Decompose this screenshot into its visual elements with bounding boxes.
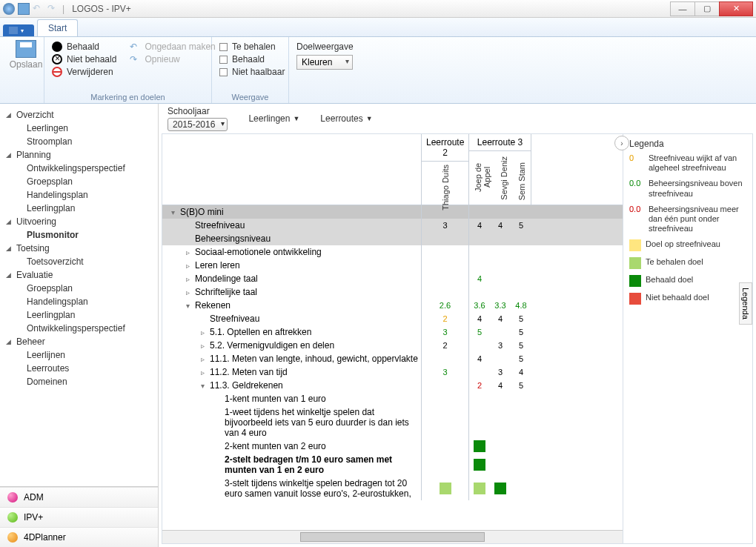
circle-filled-icon — [52, 42, 62, 52]
app-icon — [3, 3, 15, 15]
row-label[interactable]: ▾11.3. Geldrekenen — [162, 379, 422, 392]
redo-button[interactable]: ↷Opnieuw — [130, 54, 215, 64]
save-button[interactable]: Opslaan — [7, 40, 44, 70]
row-label[interactable]: Beheersingsniveau — [162, 232, 422, 245]
cell — [422, 285, 469, 299]
schooljaar-select[interactable]: 2015-2016 — [168, 118, 228, 131]
expand-icon[interactable]: ▾ — [168, 208, 177, 216]
nav-item[interactable]: Domeinen — [0, 375, 158, 388]
redo-icon[interactable]: ↷ — [47, 3, 59, 15]
row-label[interactable]: ▾Rekenen — [162, 299, 422, 312]
nav-group[interactable]: ◢Beheer — [0, 335, 158, 348]
cell: 2 — [469, 381, 490, 390]
leerlingen-dropdown[interactable]: Leerlingen▼ — [248, 113, 299, 124]
row-label[interactable]: ▹5.2. Vermenigvuldigen en delen — [162, 339, 422, 352]
row-label[interactable]: 1-kent munten van 1 euro — [162, 392, 422, 405]
close-button[interactable]: ✕ — [719, 1, 753, 16]
cell: 4 — [511, 368, 531, 377]
row-label[interactable]: ▾S(B)O mini — [162, 205, 422, 219]
row-label[interactable]: ▹11.1. Meten van lengte, inhoud, gewicht… — [162, 352, 422, 365]
grid-row: Beheersingsniveau — [162, 232, 623, 245]
mark-behaald[interactable]: Behaald — [52, 42, 116, 52]
chk-te-behalen[interactable]: Te behalen — [219, 42, 281, 52]
bottom-nav-item[interactable]: IPV+ — [0, 507, 158, 527]
expand-icon[interactable]: ▹ — [183, 248, 192, 256]
cell — [469, 440, 490, 452]
expand-icon[interactable]: ▹ — [183, 262, 192, 270]
save-icon[interactable] — [18, 3, 30, 15]
expand-icon[interactable]: ▹ — [198, 355, 207, 363]
mark-verwijderen[interactable]: Verwijderen — [52, 67, 116, 77]
expand-icon[interactable]: ▹ — [183, 275, 192, 283]
horizontal-scrollbar[interactable] — [162, 530, 623, 543]
nav-item[interactable]: Leerlingplan — [0, 308, 158, 322]
doelweergave-select[interactable]: Kleuren — [296, 55, 353, 70]
expand-icon[interactable]: ▾ — [198, 382, 207, 390]
nav-item[interactable]: Leerlingplan — [0, 202, 158, 215]
nav-item[interactable]: Ontwikkelingsperspectief — [0, 322, 158, 335]
row-label[interactable]: Streefniveau — [162, 312, 422, 325]
cell: 4 — [469, 314, 490, 323]
nav-group[interactable]: ◢Toetsing — [0, 242, 158, 255]
chevron-down-icon: ◢ — [6, 245, 13, 252]
expand-icon[interactable]: ▹ — [198, 328, 207, 337]
row-label[interactable]: ▹Mondelinge taal — [162, 272, 422, 285]
row-label[interactable]: ▹Schriftelijke taal — [162, 285, 422, 299]
chk-behaald[interactable]: Behaald — [219, 54, 281, 64]
row-label[interactable]: ▹11.2. Meten van tijd — [162, 365, 422, 379]
minimize-button[interactable]: — — [670, 1, 695, 16]
row-label[interactable]: ▹Sociaal-emotionele ontwikkeling — [162, 245, 422, 259]
nav-item[interactable]: Plusmonitor — [0, 228, 158, 242]
nav-item[interactable]: Stroomplan — [0, 135, 158, 148]
row-label[interactable]: 2-stelt bedragen t/m 10 euro samen met m… — [162, 453, 422, 477]
nav-group[interactable]: ◢Planning — [0, 148, 158, 162]
nav-item[interactable]: Toetsoverzicht — [0, 255, 158, 268]
undo-icon[interactable]: ↶ — [33, 3, 44, 15]
grid-row: ▾11.3. Geldrekenen245 — [162, 379, 623, 392]
legend-collapse-button[interactable]: › — [614, 136, 629, 150]
legend-tab[interactable]: Legenda — [739, 282, 752, 325]
leerroutes-dropdown[interactable]: Leerroutes▼ — [320, 113, 372, 124]
maximize-button[interactable]: ▢ — [694, 1, 720, 16]
row-label[interactable]: Streefniveau — [162, 219, 422, 232]
nav-group[interactable]: ◢Overzicht — [0, 108, 158, 122]
bottom-nav-item[interactable]: 4DPlanner — [0, 527, 158, 547]
expand-icon[interactable]: ▹ — [183, 288, 192, 296]
row-label[interactable]: 1-weet tijdens het winkeltje spelen dat … — [162, 405, 422, 440]
file-menu-button[interactable]: ▾ — [3, 24, 34, 36]
nav-item[interactable]: Leerlingen — [0, 122, 158, 135]
nav-item[interactable]: Leerlijnen — [0, 348, 158, 362]
bottom-nav-item[interactable]: ADM — [0, 487, 158, 507]
cell: 5 — [511, 381, 531, 390]
row-label[interactable]: 2-kent munten van 2 euro — [162, 440, 422, 453]
nav-item[interactable]: Handelingsplan — [0, 188, 158, 202]
expand-icon[interactable]: ▾ — [183, 302, 192, 310]
nav-group[interactable]: ◢Evaluatie — [0, 268, 158, 282]
nav-item[interactable]: Groepsplan — [0, 282, 158, 295]
row-label[interactable]: ▹Leren leren — [162, 259, 422, 272]
cell: 4.8 — [511, 301, 531, 310]
mark-niet-behaald[interactable]: Niet behaald — [52, 54, 116, 64]
cell: 5 — [511, 221, 531, 230]
grid-body[interactable]: ▾S(B)O miniStreefniveau3445Beheersingsni… — [162, 205, 623, 530]
expand-icon[interactable]: ▹ — [198, 342, 207, 350]
cell — [422, 272, 469, 285]
nav-item[interactable]: Groepsplan — [0, 175, 158, 188]
grid-row: Streefniveau2445 — [162, 312, 623, 325]
doelweergave-label: Doelweergave — [296, 42, 356, 52]
nav-item[interactable]: Leerroutes — [0, 362, 158, 375]
cell: 5 — [511, 314, 531, 323]
module-icon — [7, 532, 18, 543]
row-label[interactable]: 3-stelt tijdens winkeltje spelen bedrage… — [162, 477, 422, 500]
undo-button[interactable]: ↶Ongedaan maken — [130, 42, 215, 52]
nav-tree: ◢OverzichtLeerlingenStroomplan◢PlanningO… — [0, 104, 158, 486]
tab-start[interactable]: Start — [37, 19, 78, 36]
row-label[interactable]: ▹5.1. Optellen en aftrekken — [162, 325, 422, 339]
expand-icon[interactable]: ▹ — [198, 368, 207, 377]
grid-row: 2-stelt bedragen t/m 10 euro samen met m… — [162, 453, 623, 477]
nav-item[interactable]: Handelingsplan — [0, 295, 158, 308]
chk-niet-haalbaar[interactable]: Niet haalbaar — [219, 67, 281, 77]
legend-item: Te behalen doel — [629, 257, 746, 269]
nav-group[interactable]: ◢Uitvoering — [0, 215, 158, 228]
nav-item[interactable]: Ontwikkelingsperspectief — [0, 162, 158, 175]
